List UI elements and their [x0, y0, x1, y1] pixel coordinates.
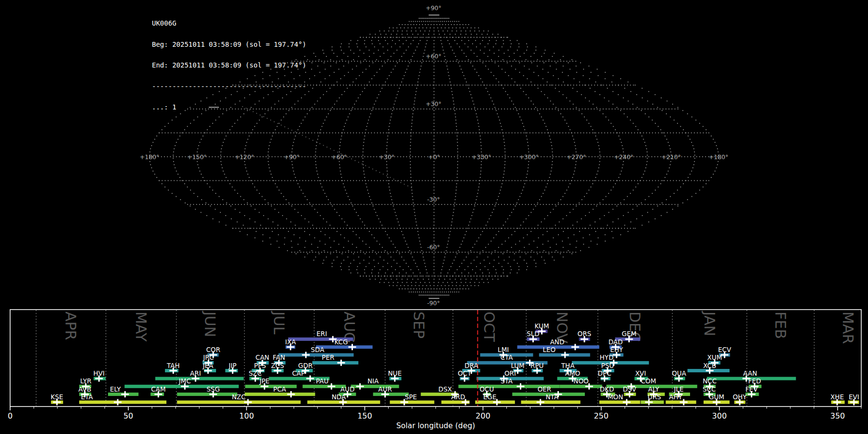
- shower-label-THA: THA: [561, 362, 575, 369]
- shower-label-LEO: LEO: [542, 346, 556, 353]
- shower-bar-PCA: [244, 393, 315, 396]
- shower-label-RPU: RPU: [530, 362, 543, 369]
- shower-label-FEV: FEV: [746, 385, 758, 393]
- shower-bar-NZC: [177, 401, 300, 404]
- shower-bar-PAU: [303, 385, 346, 388]
- shower-label-NOO: NOO: [573, 377, 588, 385]
- month-label-SEP: SEP: [410, 312, 427, 339]
- shower-label-HYD: HYD: [600, 353, 614, 361]
- shower-label-OHY: OHY: [732, 393, 747, 401]
- shower-label-NDA: NDA: [332, 393, 346, 401]
- map-lon-label: +90°: [284, 153, 300, 161]
- shower-label-ELY: ELY: [110, 385, 121, 393]
- map-lat-label: +60°: [426, 53, 442, 60]
- map-lat-label: +90°: [426, 4, 442, 12]
- shower-label-DKD: DKD: [600, 385, 614, 393]
- shower-bar-NTA: [521, 401, 581, 404]
- shower-bar-PER: [312, 361, 359, 365]
- month-label-JAN: JAN: [701, 311, 718, 336]
- shower-label-CTA: CTA: [501, 353, 514, 361]
- shower-label-IXA: IXA: [285, 338, 296, 346]
- sky-map: +180°+150°+120°+90°+60°+30°+0°+330°+300°…: [140, 4, 729, 307]
- shower-label-OCU: OCU: [479, 385, 494, 393]
- shower-label-TAH: TAH: [166, 362, 180, 369]
- x-tick-label-200: 200: [475, 411, 490, 420]
- month-label-APR: APR: [62, 312, 79, 340]
- plot-canvas: +180°+150°+120°+90°+60°+30°+0°+330°+300°…: [0, 0, 868, 434]
- shower-label-OCT: OCT: [458, 369, 472, 377]
- shower-label-URS: URS: [648, 393, 661, 401]
- map-lon-label: +60°: [331, 153, 347, 161]
- shower-bar-ETA: [79, 401, 166, 404]
- map-lon-label: +330°: [472, 153, 491, 161]
- x-tick-label-350: 350: [830, 411, 845, 420]
- month-label-OCT: OCT: [481, 312, 498, 342]
- shower-label-JEA: JEA: [203, 362, 214, 369]
- shower-label-NIA: NIA: [367, 377, 379, 385]
- shower-label-SLD: SLD: [527, 330, 540, 338]
- shower-label-SZC: SZC: [249, 369, 262, 377]
- shower-bar-JPE: [245, 385, 297, 388]
- shower-label-OER: OER: [538, 385, 552, 393]
- radiant-map-screen: UK006G Beg: 20251011 03:58:09 (sol = 197…: [0, 0, 868, 434]
- shower-label-XHE: XHE: [830, 393, 844, 401]
- x-tick-label-50: 50: [123, 411, 133, 420]
- shower-label-NTA: NTA: [545, 393, 558, 401]
- shower-bar-SSG: [177, 393, 237, 396]
- shower-label-KCG: KCG: [334, 338, 348, 346]
- shower-label-ERI: ERI: [316, 330, 327, 338]
- shower-label-CAM: CAM: [151, 385, 165, 393]
- shower-label-CAP: CAP: [292, 369, 305, 377]
- map-lon-label: +300°: [519, 153, 539, 161]
- map-lon-label: +240°: [614, 153, 634, 161]
- month-label-JUL: JUL: [271, 311, 287, 335]
- x-axis: 050100150200250300350Solar longitude (de…: [8, 407, 861, 430]
- shower-label-KSE: KSE: [51, 393, 63, 401]
- map-lon-label: +120°: [234, 153, 254, 161]
- shower-label-AMO: AMO: [565, 369, 581, 377]
- shower-label-XUM: XUM: [707, 353, 722, 361]
- shower-label-ARD: ARD: [451, 393, 465, 401]
- month-label-JUN: JUN: [202, 311, 218, 337]
- shower-label-PPS: PPS: [254, 362, 266, 369]
- shower-bar-AUR: [373, 393, 409, 396]
- shower-bar-MON: [599, 401, 640, 404]
- shower-label-CAN: CAN: [256, 353, 270, 361]
- shower-label-GUM: GUM: [709, 393, 724, 401]
- shower-label-LMI: LMI: [498, 346, 509, 353]
- shower-label-AND: AND: [550, 338, 565, 346]
- x-tick-label-100: 100: [239, 411, 254, 420]
- shower-label-XCB: XCB: [703, 362, 716, 369]
- shower-bar-NOO: [559, 385, 602, 388]
- map-lat-label: -30°: [427, 196, 440, 203]
- shower-label-ARI: ARI: [190, 369, 201, 377]
- shower-label-COM: COM: [641, 377, 656, 385]
- map-lon-label: +270°: [567, 153, 586, 161]
- map-lon-label: +210°: [661, 153, 681, 161]
- shower-label-NUE: NUE: [388, 369, 402, 377]
- shower-bar-ARI: [155, 377, 244, 380]
- shower-bar-KCG: [316, 345, 372, 349]
- shower-label-FED: FED: [748, 377, 761, 385]
- shower-label-ZCS: ZCS: [271, 362, 284, 369]
- shower-label-FAN: FAN: [272, 353, 285, 361]
- shower-label-GEM: GEM: [622, 330, 637, 338]
- shower-label-JMC: JMC: [178, 377, 191, 385]
- shower-label-AVB: AVB: [78, 385, 91, 393]
- shower-bar-AND: [517, 345, 599, 349]
- shower-label-EHY: EHY: [610, 346, 624, 353]
- shower-label-DPC: DPC: [598, 369, 611, 377]
- shower-label-PSU: PSU: [601, 362, 614, 369]
- shower-label-EGE: EGE: [483, 393, 497, 401]
- x-tick-label-250: 250: [594, 411, 609, 420]
- map-lon-label: +0°: [428, 153, 440, 161]
- shower-label-ALY: ALY: [648, 385, 660, 393]
- shower-label-ETA: ETA: [81, 393, 94, 401]
- month-label-FEB: FEB: [772, 312, 789, 339]
- shower-label-HVI: HVI: [94, 369, 105, 377]
- shower-label-EVI: EVI: [849, 393, 859, 401]
- shower-label-PAU: PAU: [316, 377, 328, 385]
- shower-label-DSV: DSV: [623, 385, 637, 393]
- shower-label-KUM: KUM: [535, 322, 549, 330]
- x-tick-label-0: 0: [8, 411, 13, 420]
